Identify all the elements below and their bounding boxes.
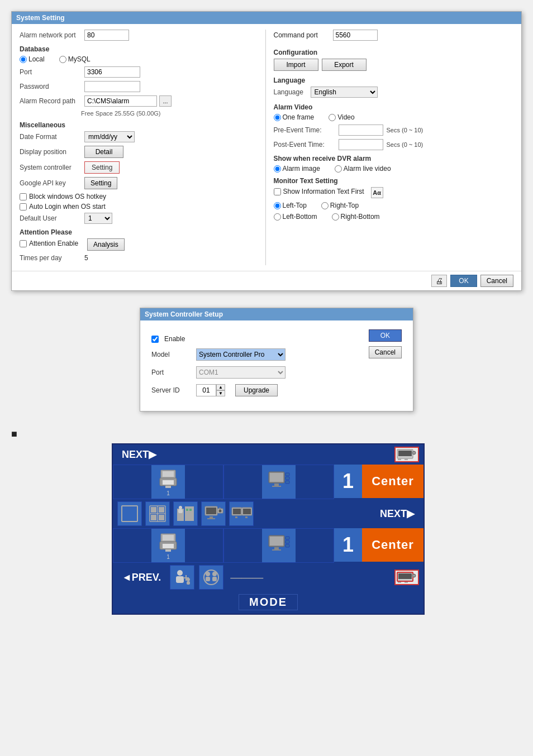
right-top-radio-item[interactable]: Right-Top: [321, 202, 359, 209]
ctrl-layout2-icon[interactable]: [145, 501, 170, 526]
right-bottom-radio[interactable]: [332, 213, 339, 221]
ctrl-monitor-cell2[interactable]: [223, 528, 334, 563]
svg-point-59: [177, 570, 183, 576]
local-radio-item[interactable]: Local: [20, 55, 45, 63]
language-select[interactable]: English: [311, 87, 378, 98]
next-button-middle[interactable]: NEXT▶: [375, 506, 419, 521]
one-frame-radio-item[interactable]: One frame: [274, 113, 315, 121]
ctrl-layout3-icon[interactable]: [173, 501, 198, 526]
ctrl-layout5-icon[interactable]: [229, 501, 254, 526]
prev-button[interactable]: ◄PREV.: [117, 571, 165, 585]
svg-rect-31: [189, 509, 192, 511]
model-row: Model System Controller Pro: [151, 348, 361, 361]
right-top-radio[interactable]: [321, 202, 329, 209]
port-label: Port: [20, 68, 81, 76]
left-bottom-radio[interactable]: [274, 213, 281, 221]
port-select[interactable]: COM1: [196, 366, 285, 379]
password-input[interactable]: [84, 81, 140, 92]
block-windows-checkbox[interactable]: [20, 193, 27, 200]
alarm-network-port-input[interactable]: [84, 30, 129, 41]
local-radio[interactable]: [20, 56, 27, 63]
spinbox-down-button[interactable]: ▼: [216, 390, 225, 396]
command-port-input[interactable]: [333, 30, 378, 41]
ctrl-monitor-cell[interactable]: [223, 465, 334, 499]
date-format-label: Date Format: [20, 133, 81, 141]
mode-button[interactable]: MODE: [239, 594, 298, 610]
svg-rect-27: [185, 506, 194, 521]
next-button-top[interactable]: NEXT▶: [117, 447, 161, 462]
export-button[interactable]: Export: [322, 59, 367, 71]
left-bottom-radio-item[interactable]: Left-Bottom: [274, 213, 317, 221]
ctrl-monitor-icon[interactable]: [262, 465, 296, 499]
print-icon[interactable]: 🖨: [431, 275, 447, 287]
date-format-select[interactable]: mm/dd/yy: [84, 131, 135, 142]
alarm-live-video-radio-item[interactable]: Alarm live video: [335, 165, 391, 173]
post-event-time-input[interactable]: [339, 139, 383, 150]
ctrl-print-cell2[interactable]: 1: [113, 528, 223, 563]
port-input[interactable]: [84, 66, 140, 78]
pre-event-time-input[interactable]: [339, 125, 383, 136]
alarm-image-radio[interactable]: [274, 165, 281, 173]
browse-button[interactable]: ...: [159, 95, 172, 107]
server-id-input[interactable]: [196, 384, 216, 396]
upgrade-button[interactable]: Upgrade: [235, 384, 278, 396]
ctrl-layout4-icon[interactable]: [201, 501, 226, 526]
system-setting-title: System Setting: [12, 12, 521, 24]
ctrl-print-icon2[interactable]: 1: [151, 529, 185, 562]
times-per-day-label: Times per day: [20, 254, 81, 262]
svg-rect-42: [233, 509, 241, 514]
mysql-radio-item[interactable]: MySQL: [59, 55, 91, 63]
analysis-button[interactable]: Analysis: [87, 238, 125, 251]
cancel-button[interactable]: Cancel: [480, 275, 513, 287]
ctrl-group-icon[interactable]: [199, 565, 223, 590]
model-select[interactable]: System Controller Pro: [196, 348, 285, 361]
ctrl-person-icon[interactable]: [170, 565, 194, 590]
center-button-bottom[interactable]: Center: [362, 528, 423, 562]
import-button[interactable]: Import: [274, 59, 318, 71]
system-controller-row: System controller Setting: [20, 161, 260, 174]
alarm-image-radio-item[interactable]: Alarm image: [274, 165, 320, 173]
attention-enable-label: Attention Enable: [29, 240, 78, 247]
dialog-footer: 🖨 OK Cancel: [12, 271, 521, 290]
ctrl-layout1-icon[interactable]: [117, 501, 142, 526]
center-button-top[interactable]: Center: [362, 465, 423, 498]
sc-cancel-button[interactable]: Cancel: [369, 346, 402, 358]
right-top-label: Right-Top: [330, 202, 359, 209]
right-bottom-radio-item[interactable]: Right-Bottom: [332, 213, 380, 221]
sc-ok-button[interactable]: OK: [369, 329, 402, 342]
ctrl-print-icon[interactable]: 1: [151, 465, 185, 499]
video-radio[interactable]: [329, 114, 336, 121]
display-position-row: Display position Detail: [20, 146, 260, 158]
default-user-select[interactable]: 1: [84, 213, 112, 224]
left-top-radio[interactable]: [274, 202, 281, 209]
google-api-setting-button[interactable]: Setting: [84, 177, 117, 189]
language-section-label: Language: [274, 76, 514, 84]
ok-button[interactable]: OK: [450, 275, 477, 287]
auto-login-checkbox[interactable]: [20, 203, 27, 210]
sc-right-col: OK Cancel: [369, 329, 402, 402]
attention-enable-checkbox[interactable]: [20, 240, 27, 247]
alarm-live-video-radio[interactable]: [335, 165, 342, 173]
ctrl-num1: 1: [334, 465, 362, 498]
svg-point-66: [206, 572, 210, 576]
spinbox-up-button[interactable]: ▲: [216, 384, 225, 390]
free-space-label: Free Space 25.55G (50.00G): [81, 110, 260, 117]
system-controller-setting-button[interactable]: Setting: [84, 161, 120, 174]
detail-button[interactable]: Detail: [84, 146, 123, 158]
auto-login-row: Auto Login when OS start: [20, 203, 260, 210]
enable-checkbox[interactable]: [151, 336, 159, 343]
server-id-spinbox: ▲ ▼: [196, 384, 225, 396]
alarm-path-input[interactable]: [84, 95, 157, 107]
one-frame-radio[interactable]: [274, 114, 281, 121]
left-top-radio-item[interactable]: Left-Top: [274, 202, 307, 209]
svg-point-67: [212, 572, 217, 576]
show-info-first-checkbox[interactable]: [274, 188, 281, 195]
svg-rect-45: [243, 509, 251, 514]
video-radio-item[interactable]: Video: [329, 113, 354, 121]
server-id-row: Server ID ▲ ▼ Upgrade: [151, 384, 361, 396]
mysql-radio[interactable]: [59, 56, 66, 63]
ctrl-monitor-icon2[interactable]: [262, 529, 296, 562]
ctrl-print-cell[interactable]: 1: [113, 465, 223, 499]
svg-rect-48: [163, 535, 174, 540]
svg-rect-13: [274, 484, 279, 486]
